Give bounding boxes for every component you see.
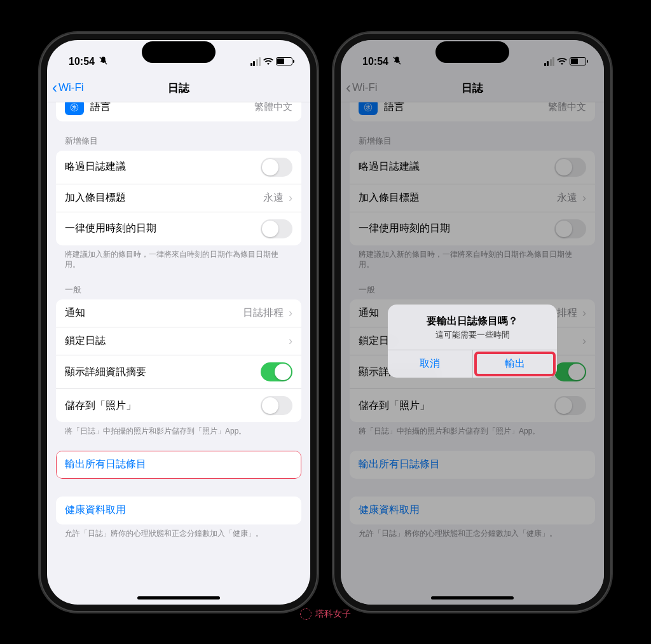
group-new-entry: 略過日誌建議 加入條目標題 永遠 › 一律使用時刻的日期 bbox=[56, 151, 301, 245]
toggle-show-summary[interactable] bbox=[261, 362, 292, 381]
screen-right: 10:54 ‹ Wi-Fi 日誌 ㊌ 語言 bbox=[341, 40, 604, 605]
back-label: Wi-Fi bbox=[58, 81, 84, 94]
chevron-left-icon: ‹ bbox=[52, 80, 57, 95]
toggle-moment-date[interactable] bbox=[261, 219, 292, 238]
settings-content[interactable]: ㊌ 語言 繁體中文 新增條目 略過日誌建議 加入條目標題 永遠 › bbox=[47, 102, 310, 605]
page-title: 日誌 bbox=[168, 81, 189, 95]
row-lock-journal[interactable]: 鎖定日誌 › bbox=[56, 327, 301, 355]
chevron-right-icon: › bbox=[289, 334, 292, 348]
nav-bar: ‹ Wi-Fi 日誌 bbox=[47, 74, 310, 102]
silent-icon bbox=[99, 56, 108, 67]
chevron-right-icon: › bbox=[289, 306, 292, 320]
row-entry-title[interactable]: 加入條目標題 永遠 › bbox=[56, 184, 301, 212]
group-health: 健康資料取用 bbox=[56, 497, 301, 524]
row-show-summary[interactable]: 顯示詳細資訊摘要 bbox=[56, 355, 301, 389]
toggle-save-photos[interactable] bbox=[261, 396, 292, 415]
alert-export-button[interactable]: 輸出 bbox=[473, 350, 558, 378]
row-notifications[interactable]: 通知 日誌排程 › bbox=[56, 299, 301, 327]
row-skip-suggestions[interactable]: 略過日誌建議 bbox=[56, 151, 301, 184]
dynamic-island bbox=[142, 41, 216, 63]
home-indicator[interactable] bbox=[137, 596, 220, 599]
alert-title: 要輸出日誌條目嗎？ bbox=[397, 315, 548, 328]
phone-right: 10:54 ‹ Wi-Fi 日誌 ㊌ 語言 bbox=[333, 32, 612, 612]
screen-left: 10:54 ‹ Wi-Fi 日誌 ㊌ 語言 bbox=[47, 40, 310, 605]
chevron-right-icon: › bbox=[289, 191, 292, 205]
toggle-skip-suggestions[interactable] bbox=[261, 158, 292, 177]
group-general: 通知 日誌排程 › 鎖定日誌 › 顯示詳細資訊摘要 儲存到「照片」 bbox=[56, 299, 301, 422]
alert-message: 這可能需要一些時間 bbox=[397, 330, 548, 341]
row-use-moment-date[interactable]: 一律使用時刻的日期 bbox=[56, 212, 301, 245]
section-header-general: 一般 bbox=[47, 270, 310, 299]
cellular-icon bbox=[250, 57, 261, 66]
footer-moment-date: 將建議加入新的條目時，一律將來自時刻的日期作為條目日期使用。 bbox=[47, 245, 310, 271]
dynamic-island bbox=[435, 41, 509, 63]
section-header-new-entry: 新增條目 bbox=[47, 121, 310, 151]
export-all-entries-button[interactable]: 輸出所有日誌條目 bbox=[56, 451, 301, 479]
back-button[interactable]: ‹ Wi-Fi bbox=[52, 74, 84, 102]
sun-icon bbox=[300, 608, 312, 620]
row-save-photos[interactable]: 儲存到「照片」 bbox=[56, 389, 301, 422]
alert-cancel-button[interactable]: 取消 bbox=[388, 350, 473, 378]
wifi-icon bbox=[263, 56, 273, 67]
language-row-partial[interactable]: ㊌ 語言 繁體中文 bbox=[56, 102, 301, 121]
battery-icon bbox=[276, 57, 292, 65]
footer-save-photos: 將「日誌」中拍攝的照片和影片儲存到「照片」App。 bbox=[47, 422, 310, 437]
health-data-access-button[interactable]: 健康資料取用 bbox=[56, 497, 301, 524]
globe-icon: ㊌ bbox=[65, 102, 84, 115]
watermark: 塔科女子 bbox=[300, 608, 351, 620]
status-time: 10:54 bbox=[69, 56, 95, 67]
home-indicator[interactable] bbox=[431, 596, 514, 599]
group-export: 輸出所有日誌條目 bbox=[56, 451, 301, 479]
export-confirm-alert: 要輸出日誌條目嗎？ 這可能需要一些時間 取消 輸出 bbox=[388, 305, 557, 378]
footer-health: 允許「日誌」將你的心理狀態和正念分鐘數加入「健康」。 bbox=[47, 524, 310, 539]
phone-left: 10:54 ‹ Wi-Fi 日誌 ㊌ 語言 bbox=[39, 32, 318, 612]
